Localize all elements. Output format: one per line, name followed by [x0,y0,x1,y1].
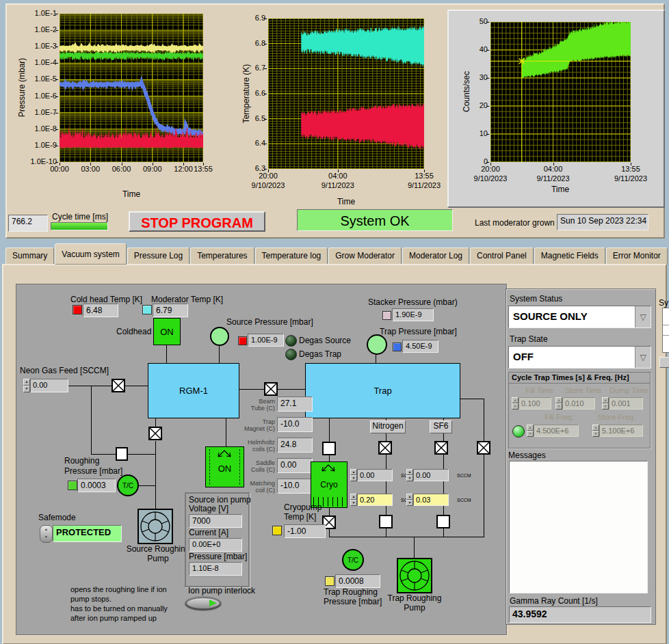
x-tick-label: 13:55 [401,172,447,180]
pipe-line [459,399,484,399]
cycle-trap-led[interactable] [512,425,525,438]
sf6-flow-act-spinner[interactable]: ▲▼ 0.03 [406,494,449,506]
dropdown-arrow-icon[interactable]: ▽ [635,306,651,327]
rgm-roughing-valve-icon[interactable] [148,427,162,440]
fill-time-spinner[interactable]: ▲▼ 0.100 [512,397,551,410]
tab-control-panel[interactable]: Control Panel [470,247,534,265]
y-tick-mark [264,119,267,120]
store-freq-value[interactable]: 5.100E+6 [599,425,643,437]
fill-freq-spinner[interactable]: ▲▼ 4.500E+6 [527,425,579,437]
tab-vacuum-system[interactable]: Vacuum system [55,243,126,265]
dropdown-arrow-icon[interactable]: ▽ [635,347,651,368]
x-tick-label: 20:00 [245,172,291,180]
decrement-button[interactable]: ▼ [592,431,599,437]
increment-button[interactable]: ▲ [512,397,519,403]
fill-freq-value[interactable]: 4.500E+6 [534,425,579,437]
safemode-value[interactable]: PROTECTED [53,525,122,542]
nitrogen-bottom-valve-icon[interactable] [379,515,393,528]
neon-valve-icon[interactable] [112,379,125,392]
y-tick-mark [264,144,267,144]
increment-button[interactable]: ▲ [350,494,357,500]
decrement-button[interactable]: ▼ [555,403,562,410]
degas-source-led[interactable] [285,335,297,347]
tab-temperatures[interactable]: Temperatures [190,247,254,265]
store-time-spinner[interactable]: ▲▼ 0.010 [555,397,595,410]
decrement-button[interactable]: ▼ [527,431,534,437]
source-pressure-value: 1.00E-9 [248,334,284,347]
decrement-button[interactable]: ▼ [350,475,357,481]
decrement-button[interactable]: ▼ [406,500,413,506]
nitrogen-flow-act-spinner[interactable]: ▲▼ 0.20 [350,494,393,506]
decrement-button[interactable]: ▼ [406,475,413,481]
coldhead-on-button[interactable]: ON [153,318,181,345]
increment-button[interactable]: ▲ [592,425,599,431]
dump-time-value[interactable]: 0.001 [609,397,643,410]
decrement-button[interactable]: ▼ [602,403,609,410]
edge-partial-button[interactable] [659,357,669,368]
y-tick-label: 6.5 [226,114,265,122]
neon-flow-spinner[interactable]: ▲▼ 0.00 [23,379,68,392]
degas-trap-led[interactable] [285,349,297,360]
nitrogen-valve-icon[interactable] [378,441,392,455]
safemode-spinner[interactable]: ▲▼ [40,525,53,543]
sf6-flow-act-value[interactable]: 0.03 [413,494,449,506]
decrement-button[interactable]: ▼ [350,500,357,506]
beam-valve-icon[interactable] [264,382,278,396]
nitrogen-button[interactable]: Nitrogen [370,420,406,433]
pipe-line [139,485,155,486]
store-freq-spinner[interactable]: ▲▼ 5.100E+6 [592,425,643,437]
y-tick-mark [264,68,267,69]
increment-button[interactable]: ▲ [23,379,30,386]
neon-flow-value[interactable]: 0.00 [30,379,68,392]
sf6-button[interactable]: SF6 [430,420,452,433]
stop-program-button[interactable]: STOP PROGRAM [129,211,265,232]
trap-state-value[interactable]: OFF [509,347,635,368]
tab-magnetic-fields[interactable]: Magnetic Fields [534,247,605,265]
tab-summary[interactable]: Summary [5,247,54,265]
increment-button[interactable]: ▲ [527,425,534,431]
fill-time-value[interactable]: 0.100 [519,397,551,410]
pipe-line [155,417,156,427]
y-tick-mark [55,113,58,113]
increment-button[interactable]: ▲ [350,469,357,475]
trap-state-dropdown[interactable]: OFF ▽ [508,346,651,368]
pressure-plot [60,14,203,162]
store-time-value[interactable]: 0.010 [562,397,595,410]
sf6-flow-set-value[interactable]: 0.00 [413,469,449,481]
tab-moderator-log[interactable]: Moderator Log [402,247,469,265]
y-tick-mark [55,14,58,14]
system-status-value[interactable]: SOURCE ONLY [509,306,635,327]
cryo-top-valve-icon[interactable] [322,442,336,455]
tab-temperature-log[interactable]: Temperature log [255,247,328,265]
roughing-open-valve-icon[interactable] [116,447,128,461]
nitrogen-flow-set-spinner[interactable]: ▲▼ 0.00 [350,469,393,481]
increment-button[interactable]: ▲ [555,397,562,403]
trap-right-valve-icon[interactable] [477,441,490,455]
edge-partial-label: Sy [659,298,668,308]
decrement-button[interactable]: ▼ [23,386,30,392]
dump-time-spinner[interactable]: ▲▼ 0.001 [602,397,643,410]
label-line: coil (C) [256,487,276,494]
ion-pump-interlock-toggle[interactable] [185,596,222,611]
nitrogen-flow-set-value[interactable]: 0.00 [357,469,393,481]
main-window: Pressure (mbar) Time 1.0E-11.0E-21.0E-31… [0,0,669,644]
pipe-line [329,417,330,442]
sf6-flow-set-spinner[interactable]: ▲▼ 0.00 [406,469,449,481]
cycle-trap-group-title: Cycle Trap Times [s] & Freq. [Hz] [509,373,650,384]
increment-button[interactable]: ▲ [406,494,413,500]
tab-error-monitor[interactable]: Error Monitor [606,247,668,265]
sf6-bottom-valve-icon[interactable] [436,515,450,528]
cycle-time-bar-fill [51,223,107,230]
decrement-button[interactable]: ▼ [512,403,519,410]
increment-button[interactable]: ▲ [406,469,413,475]
tab-pressure-log[interactable]: Pressure Log [127,247,189,265]
pipe-line [376,354,376,363]
nitrogen-flow-act-value[interactable]: 0.20 [357,494,393,506]
system-status-dropdown[interactable]: SOURCE ONLY ▽ [508,306,651,328]
increment-button[interactable]: ▲ [602,397,609,403]
label-line: Trap [263,418,275,425]
label-line: Helmholtz [248,439,275,446]
sf6-valve-icon[interactable] [434,441,448,455]
tab-grow-moderator[interactable]: Grow Moderator [328,247,402,265]
messages-box[interactable] [509,461,648,593]
